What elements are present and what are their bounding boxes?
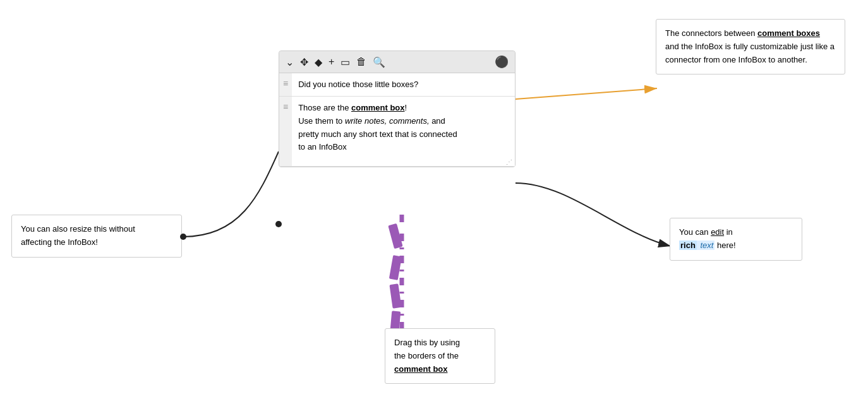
drag-handle-2[interactable]: ≡	[279, 97, 292, 117]
move-icon[interactable]: ✥	[300, 56, 308, 68]
svg-rect-10	[388, 223, 402, 249]
trash-icon[interactable]: 🗑	[356, 56, 366, 68]
main-comment-box[interactable]: ⌄ ✥ ◆ + ▭ 🗑 🔍 ⚫ ≡ Did you notice those l…	[279, 50, 515, 167]
connection-dot-left	[275, 221, 282, 227]
close-button[interactable]: ⚫	[495, 55, 509, 69]
svg-rect-11	[389, 255, 402, 280]
main-box-toolbar: ⌄ ✥ ◆ + ▭ 🗑 🔍 ⚫	[279, 51, 515, 73]
comment-row-1: ≡ Did you notice those little boxes?	[279, 73, 515, 97]
info-box-left: You can also resize this without affecti…	[11, 215, 182, 258]
comment-row-2: ≡ Those are the comment box! Use them to…	[279, 97, 515, 167]
zoom-in-icon[interactable]: 🔍	[373, 56, 385, 68]
info-box-bottom-right: You can edit in rich text here!	[670, 218, 802, 261]
comment-text-2[interactable]: Those are the comment box! Use them to w…	[292, 97, 515, 166]
chevron-down-icon[interactable]: ⌄	[286, 56, 294, 68]
comment-text-1[interactable]: Did you notice those little boxes?	[292, 73, 515, 96]
svg-line-3	[515, 88, 657, 99]
resize-handle[interactable]: ⋰	[506, 158, 512, 165]
plus-icon[interactable]: +	[329, 56, 334, 68]
drop-icon[interactable]: ◆	[315, 56, 322, 68]
copy-icon[interactable]: ▭	[341, 56, 350, 68]
svg-rect-12	[389, 283, 401, 309]
drag-handle-1[interactable]: ≡	[279, 73, 292, 93]
info-box-top-right: The connectors between comment boxes and…	[656, 19, 845, 74]
info-box-bottom-center: Drag this by using the borders of the co…	[385, 328, 495, 384]
svg-rect-13	[390, 311, 401, 330]
connection-dot-left2	[180, 234, 186, 240]
